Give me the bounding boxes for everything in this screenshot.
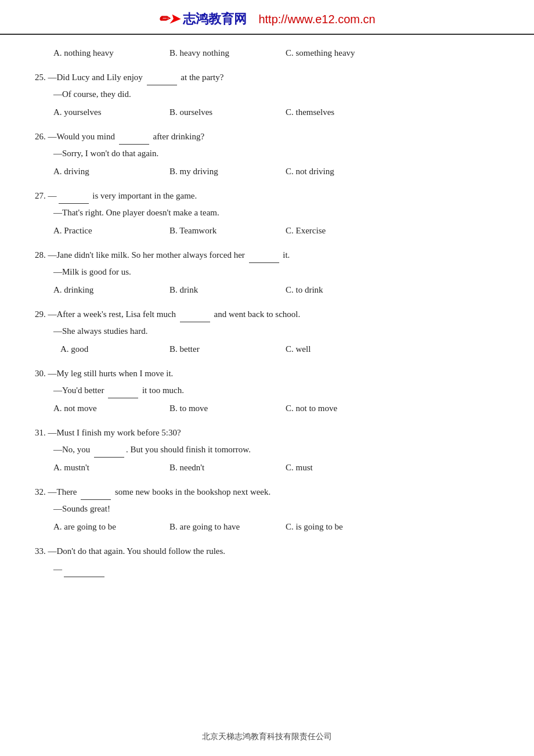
option-a: A. Practice [53,222,169,239]
option-c: C. not to move [286,399,378,417]
question-32: 32. —There some new books in the booksho… [35,484,499,535]
q29-dialog2: —She always studies hard. [35,323,499,339]
q30-text: —My leg still hurts when I move it. [48,369,174,378]
q33-dialog2: — [35,561,499,577]
option-a: A. are going to be [53,518,169,535]
option-a: A. not move [53,399,169,417]
question-30: 30. —My leg still hurts when I move it. … [35,366,499,417]
option-b: B. my driving [169,163,286,180]
option-b: B. drink [169,281,286,298]
q32-dialog1: 32. —There some new books in the booksho… [35,484,499,500]
q26-dialog1: 26. —Would you mind after drinking? [35,129,499,145]
q25-dialog1: 25. —Did Lucy and Lily enjoy at the part… [35,70,499,85]
q26-options: A. driving B. my driving C. not driving [35,163,499,180]
blank [249,262,279,263]
option-b: B. needn't [169,459,286,476]
blank [108,398,138,398]
q33-number: 33. [35,546,46,556]
option-a: A. drinking [53,281,169,298]
option-a: A. good [53,340,169,358]
logo-icon: ✏➤ [158,12,179,27]
option-c: C. themselves [286,103,378,121]
q30-dialog1: 30. —My leg still hurts when I move it. [35,366,499,381]
q33-text: —Don't do that again. You should follow … [48,546,226,556]
q27-dialog2: —That's right. One player doesn't make a… [35,205,499,221]
q28-text: —Jane didn't like milk. So her mother al… [48,250,290,260]
option-c: C. must [286,459,378,476]
blank [94,457,124,458]
page-footer: 北京天梯志鸿教育科技有限责任公司 [0,732,534,742]
q29-text: —After a week's rest, Lisa felt much and… [48,309,301,319]
q33-dialog1: 33. —Don't do that again. You should fol… [35,543,499,559]
q31-text: —Must I finish my work before 5:30? [48,428,181,437]
q29-options: A. good B. better C. well [35,340,499,358]
question-29: 29. —After a week's rest, Lisa felt much… [35,307,499,358]
option-c: C. well [286,340,378,358]
question-33: 33. —Don't do that again. You should fol… [35,543,499,577]
q31-dialog1: 31. —Must I finish my work before 5:30? [35,425,499,441]
footer-text: 北京天梯志鸿教育科技有限责任公司 [202,732,332,741]
q25-options: A. yourselves B. ourselves C. themselves [35,103,499,121]
q26-text: —Would you mind after drinking? [48,132,205,141]
option-b: B. ourselves [169,103,286,121]
q28-dialog1: 28. —Jane didn't like milk. So her mothe… [35,247,499,263]
option-c: C. not driving [286,163,378,180]
option-c: C. is going to be [286,518,378,535]
option-c: C. to drink [286,281,378,298]
option-b: B. heavy nothing [169,44,286,62]
option-b: B. to move [169,399,286,417]
q29-number: 29. [35,309,46,319]
option-a: A. yourselves [53,103,169,121]
blank [119,144,149,145]
option-b: B. are going to have [169,518,286,535]
q28-number: 28. [35,250,46,260]
q27-text: — is very important in the game. [48,191,197,200]
q30-number: 30. [35,369,46,378]
blank [180,322,210,322]
q30-options: A. not move B. to move C. not to move [35,399,499,417]
q27-options: A. Practice B. Teamwork C. Exercise [35,222,499,239]
logo-name: 志鸿教育网 [183,10,247,28]
question-25: 25. —Did Lucy and Lily enjoy at the part… [35,70,499,121]
option-a: A. driving [53,163,169,180]
q30-dialog2: —You'd better it too much. [35,383,499,398]
q25-text: —Did Lucy and Lily enjoy at the party? [48,73,224,82]
q28-dialog2: —Milk is good for us. [35,264,499,280]
option-c: C. something heavy [286,44,378,62]
q27-dialog1: 27. — is very important in the game. [35,188,499,204]
question-26: 26. —Would you mind after drinking? —Sor… [35,129,499,180]
q32-number: 32. [35,487,46,496]
q28-options: A. drinking B. drink C. to drink [35,281,499,298]
page-header: ✏➤ 志鸿教育网 http://www.e12.com.cn [0,0,534,35]
q26-dialog2: —Sorry, I won't do that again. [35,146,499,161]
q31-dialog2: —No, you . But you should finish it tomo… [35,442,499,458]
q32-dialog2: —Sounds great! [35,501,499,517]
question-24-options: A. nothing heavy B. heavy nothing C. som… [35,44,499,62]
logo-container: ✏➤ 志鸿教育网 http://www.e12.com.cn [158,10,375,28]
q25-dialog2: —Of course, they did. [35,87,499,102]
option-b: B. Teamwork [169,222,286,239]
option-b: B. better [169,340,286,358]
q31-number: 31. [35,428,46,437]
question-31: 31. —Must I finish my work before 5:30? … [35,425,499,476]
options-row: A. nothing heavy B. heavy nothing C. som… [35,44,499,62]
blank [147,85,177,85]
question-28: 28. —Jane didn't like milk. So her mothe… [35,247,499,298]
q32-options: A. are going to be B. are going to have … [35,518,499,535]
option-a: A. nothing heavy [53,44,169,62]
q25-number: 25. [35,73,46,82]
answer-blank [64,577,104,577]
option-a: A. mustn't [53,459,169,476]
q31-options: A. mustn't B. needn't C. must [35,459,499,476]
question-27: 27. — is very important in the game. —Th… [35,188,499,239]
logo-url: http://www.e12.com.cn [258,13,375,26]
option-c: C. Exercise [286,222,378,239]
q32-text: —There some new books in the bookshop ne… [48,487,271,496]
q26-number: 26. [35,132,46,141]
q27-number: 27. [35,191,46,200]
q29-dialog1: 29. —After a week's rest, Lisa felt much… [35,307,499,322]
main-content: A. nothing heavy B. heavy nothing C. som… [0,41,534,603]
blank [59,203,89,204]
blank [81,499,111,500]
